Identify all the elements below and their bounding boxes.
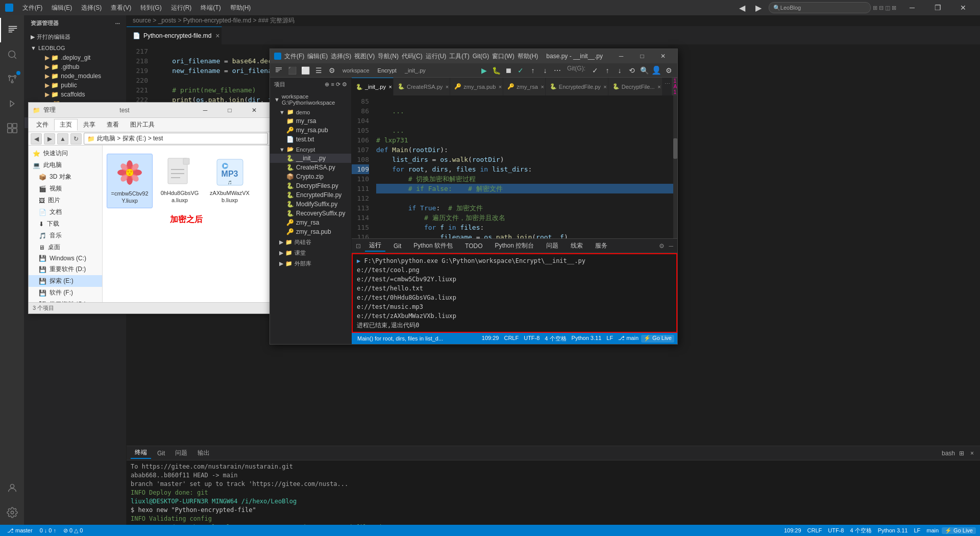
ivs-tree-testtxt[interactable]: 📄 test.txt — [270, 135, 351, 144]
ivs-status-line[interactable]: 109:29 — [479, 335, 502, 343]
menu-view[interactable]: 查看(V) — [107, 3, 135, 13]
tab-python-encrypted[interactable]: 📄 Python-encrypted-file.md × — [127, 27, 222, 44]
ivs-toolbar-btn3[interactable]: ☰ — [313, 65, 324, 76]
ivs-toolbar-debug[interactable]: 🐛 — [491, 65, 502, 76]
ivs-tree-cryptozip[interactable]: 📦 Crypto.zip — [270, 172, 351, 181]
ivs-status-golive[interactable]: ⚡ Go Live — [641, 335, 674, 343]
ivs-tab-close-zmyrsapub[interactable]: × — [499, 84, 502, 90]
ivs-scrollbar[interactable] — [673, 95, 677, 238]
ivs-tab-encryptedfile[interactable]: 🐍 EncryptedFile.py × — [546, 78, 608, 95]
ivs-menu-run[interactable]: 运行(U) — [426, 52, 447, 61]
search-bar[interactable]: 🔍 LeoBlog — [769, 2, 871, 13]
tree-item-node-modules[interactable]: ▶ 📁 node_modules — [24, 71, 126, 81]
ivs-terminal-content[interactable]: ▶ F:\Python\python.exe G:\Python\workspa… — [352, 253, 677, 333]
status-branch2[interactable]: main — [923, 527, 942, 533]
sidebar-section-leoblog[interactable]: ▼ LEOBLOG — [24, 43, 126, 53]
ivs-tab-close-init[interactable]: × — [389, 84, 392, 90]
maximize-button[interactable]: ❐ — [926, 0, 949, 15]
ivs-terminal-tab-trace[interactable]: 线索 — [567, 240, 587, 251]
ivs-tree-zmyrsa[interactable]: 🔑 zmy_rsa — [270, 218, 351, 227]
ivs-toolbar-git-extra[interactable]: ⋯ — [552, 65, 563, 76]
status-golive[interactable]: ⚡ Go Live — [942, 527, 976, 534]
status-encoding[interactable]: UTF-8 — [825, 527, 847, 533]
ivs-tree-modifysuffix[interactable]: 🐍 ModifySuffix.py — [270, 200, 351, 209]
ivs-tree-decryptfiles[interactable]: 🐍 DecryptFiles.py — [270, 181, 351, 190]
ivs-terminal-tab-console[interactable]: Python 控制台 — [491, 240, 538, 251]
terminal-split-icon[interactable]: ⊞ — [957, 450, 966, 457]
ivs-close-button[interactable]: ✕ — [653, 51, 673, 61]
activity-git[interactable] — [0, 67, 24, 91]
fe-tab-picture[interactable]: 图片工具 — [125, 119, 160, 131]
fe-tab-view[interactable]: 查看 — [101, 119, 125, 131]
ivs-tree-initpy[interactable]: 🐍 __init__.py — [270, 154, 351, 163]
ivs-terminal-tab-run[interactable]: 运行 — [365, 240, 385, 252]
fe-up-button[interactable]: ▲ — [57, 133, 68, 144]
tree-item-deploy-git[interactable]: ▶ 📁 .deploy_git — [24, 53, 126, 62]
tree-item-public[interactable]: ▶ 📁 public — [24, 81, 126, 90]
ivs-menu-goto[interactable]: 导航(N) — [378, 52, 399, 61]
ivs-toolbar-btn6[interactable]: ↑ — [602, 65, 613, 76]
ivs-tree-external[interactable]: ▶ 📁 外部库 — [270, 258, 351, 269]
ivs-terminal-tab-services[interactable]: 服务 — [591, 240, 611, 251]
fe-maximize-button[interactable]: □ — [218, 105, 241, 115]
activity-settings[interactable] — [0, 500, 24, 525]
fe-forward-button[interactable]: ▶ — [44, 133, 55, 144]
fe-nav-desktop[interactable]: 🖥 桌面 — [29, 241, 102, 253]
ivs-toolbar-btn4[interactable]: ⚙ — [326, 65, 337, 76]
menu-edit[interactable]: 编辑(E) — [47, 3, 76, 13]
activity-extensions[interactable] — [0, 116, 24, 140]
ivs-toolbar-btn2[interactable]: ⬜ — [300, 65, 311, 76]
ivs-toolbar-explorer[interactable] — [273, 65, 284, 76]
ivs-terminal-settings-icon[interactable]: ⚙ — [659, 242, 665, 250]
ivs-status-lf[interactable]: LF — [604, 335, 616, 343]
fe-nav-3d[interactable]: 📦 3D 对象 — [29, 171, 102, 183]
minimize-button[interactable]: ─ — [900, 0, 924, 15]
activity-debug[interactable] — [0, 91, 24, 116]
ivs-terminal-tab-todo[interactable]: TODO — [461, 241, 486, 251]
activity-explorer[interactable] — [0, 18, 24, 42]
tab-close-icon[interactable]: × — [215, 32, 219, 40]
terminal-tab-active[interactable]: 终端 — [131, 447, 151, 459]
ivs-menu-window[interactable]: 窗口(W) — [492, 52, 514, 61]
menu-file[interactable]: 文件(F) — [18, 3, 46, 13]
activity-account[interactable] — [0, 476, 24, 500]
menu-help[interactable]: 帮助(H) — [226, 3, 255, 13]
ivs-menu-help[interactable]: 帮助(H) — [518, 52, 538, 61]
fe-nav-pictures[interactable]: 🖼 图片 — [29, 194, 102, 206]
ivs-status-python[interactable]: Python 3.11 — [569, 335, 604, 343]
ivs-toolbar-btn9[interactable]: ⚙ — [663, 65, 674, 76]
ivs-toolbar-git-status[interactable]: ✓ — [515, 65, 526, 76]
terminal-tab-output[interactable]: 输出 — [193, 448, 214, 458]
ivs-menu-select[interactable]: 选择(S) — [331, 52, 351, 61]
fe-nav-drivee[interactable]: 💾 探索 (E:) — [29, 275, 102, 287]
tree-item-scaffolds[interactable]: ▶ 📁 scaffolds — [24, 90, 126, 99]
ivs-terminal-icon[interactable]: ⊡ — [356, 242, 361, 250]
menu-select[interactable]: 选择(S) — [77, 3, 106, 13]
ivs-sidebar-menu[interactable]: ⊕ ≡ ⟳ ⚙ — [325, 81, 347, 88]
ivs-tree-myrsa[interactable]: 📁 my_rsa — [270, 116, 351, 126]
ivs-tab-init[interactable]: 🐍 _init_.py × — [352, 78, 394, 95]
close-button[interactable]: ✕ — [951, 0, 975, 15]
ivs-terminal-tab-pkg[interactable]: Python 软件包 — [409, 240, 457, 251]
fe-nav-drivef[interactable]: 💾 软件 (F:) — [29, 287, 102, 299]
status-line[interactable]: 109:29 — [781, 527, 804, 533]
ivs-toolbar-avatar[interactable]: 👤 — [651, 65, 662, 76]
status-errors[interactable]: ⊘ 0 △ 0 — [60, 527, 86, 534]
fe-close-button[interactable]: ✕ — [242, 105, 266, 115]
ivs-tree-ketang[interactable]: ▶ 📁 课堂 — [270, 247, 351, 258]
terminal-tab-git[interactable]: Git — [153, 449, 169, 458]
menu-terminal[interactable]: 终端(T) — [197, 3, 225, 13]
ivs-toolbar-git-push[interactable]: ↑ — [527, 65, 538, 76]
ivs-toolbar-btn7[interactable]: ↓ — [614, 65, 625, 76]
fe-nav-winc[interactable]: 💾 Windows (C:) — [29, 253, 102, 263]
ivs-tab-creatersa[interactable]: 🐍 CreateRSA.py × — [394, 78, 450, 95]
fe-nav-video[interactable]: 🎬 视频 — [29, 183, 102, 194]
ivs-tree-demo[interactable]: ▼ 📁 demo — [270, 107, 351, 116]
fe-tab-share[interactable]: 共享 — [78, 119, 101, 131]
ivs-menu-tools[interactable]: 工具(T) — [449, 52, 469, 61]
fe-nav-downloads[interactable]: ⬇ 下载 — [29, 218, 102, 230]
ivs-status-branch[interactable]: ⎇ main — [616, 335, 641, 343]
ivs-toolbar-git-pull[interactable]: ↓ — [540, 65, 551, 76]
fe-nav-thispc[interactable]: 💻 此电脑 — [29, 159, 102, 171]
fe-tab-home[interactable]: 主页 — [54, 119, 78, 131]
